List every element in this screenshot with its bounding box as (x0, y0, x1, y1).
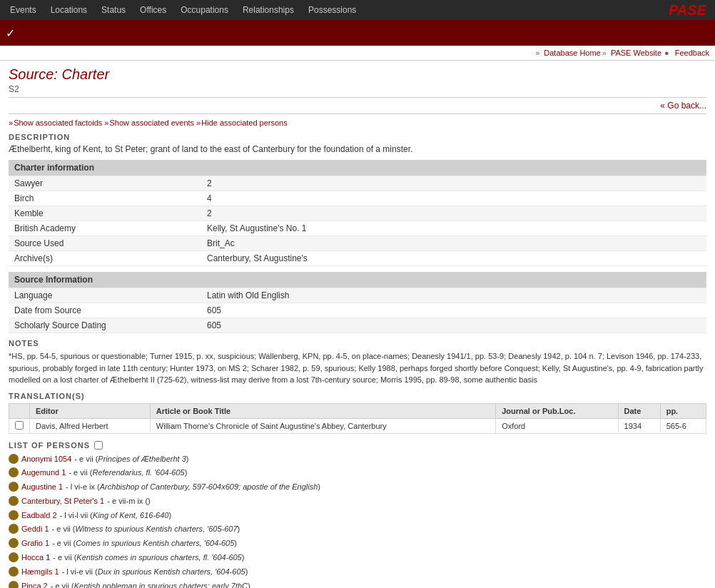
person-name-link[interactable]: Anonymi 1054 (21, 452, 71, 467)
description-heading: Description (9, 133, 706, 141)
tab-status[interactable]: Status (94, 0, 133, 20)
person-gender-icon (9, 454, 19, 464)
person-name-link[interactable]: Pinca 2 (21, 579, 48, 588)
charter-sawyer-value: 2 (201, 176, 706, 191)
show-events-link[interactable]: Show associated events (109, 118, 194, 127)
charter-british-academy-value: Kelly, St Augustine's No. 1 (201, 221, 706, 236)
person-gender-icon (9, 482, 19, 492)
persons-list: Anonymi 1054 - e vii (Principes of Æthel… (9, 452, 706, 589)
show-factoids-link[interactable]: Show associated factoids (14, 118, 102, 127)
charter-kemble-value: 2 (201, 206, 706, 221)
trans-row-date: 1934 (618, 418, 660, 433)
page-title: Source: Charter (9, 66, 706, 83)
source-info-table: Source Information Language Latin with O… (9, 272, 706, 333)
charter-sawyer-label: Sawyer (9, 176, 201, 191)
person-name-link[interactable]: Hæmgils 1 (21, 565, 59, 579)
person-gender-icon (9, 567, 19, 577)
translations-heading: Translation(s) (9, 392, 706, 400)
tab-events[interactable]: Events (3, 0, 44, 20)
list-item: Hæmgils 1 - l vi-e vii (Dux in spurious … (9, 565, 706, 579)
list-item: Grafio 1 - e vii (Comes in spurious Kent… (9, 537, 706, 551)
person-gender-icon (9, 510, 19, 520)
list-item: Augustine 1 - l vi-e ix (Archbishop of C… (9, 480, 706, 495)
charter-info-header: Charter information (9, 160, 706, 176)
person-gender-icon (9, 524, 19, 534)
person-detail: - e vii (Kentish comes in spurious chart… (53, 551, 244, 565)
table-row: Scholarly Source Dating 605 (9, 318, 706, 333)
tab-possessions[interactable]: Possessions (301, 0, 363, 20)
translations-table: Editor Article or Book Title Journal or … (9, 403, 706, 434)
person-gender-icon (9, 496, 19, 506)
trans-col-journal: Journal or Pub.Loc. (496, 403, 618, 418)
database-home-link[interactable]: Database Home (544, 49, 601, 57)
table-row: Birch 4 (9, 191, 706, 206)
person-name-link[interactable]: Augemund 1 (21, 466, 66, 480)
charter-archives-label: Archive(s) (9, 251, 201, 266)
list-persons-header: List of Persons (9, 441, 706, 450)
person-detail: - e vii (Referendarius, fl. '604-605) (69, 466, 187, 480)
trans-row-journal: Oxford (496, 418, 618, 433)
page-subtitle: S2 (9, 84, 706, 94)
trans-row-check[interactable] (9, 418, 30, 433)
charter-source-used-label: Source Used (9, 236, 201, 251)
go-back-link[interactable]: « Go back... (660, 101, 706, 111)
trans-row-editor: Davis, Alfred Herbert (30, 418, 151, 433)
person-name-link[interactable]: Eadbald 2 (21, 509, 57, 523)
trans-col-editor: Editor (30, 403, 151, 418)
trans-row-title: William Thorne's Chronicle of Saint Augu… (150, 418, 495, 433)
table-row: Davis, Alfred Herbert William Thorne's C… (9, 418, 706, 433)
hide-persons-link[interactable]: Hide associated persons (201, 118, 287, 127)
source-info-header: Source Information (9, 272, 706, 288)
person-name-link[interactable]: Canterbury, St Peter's 1 (21, 495, 104, 509)
person-name-link[interactable]: Grafio 1 (21, 537, 49, 551)
list-item: Augemund 1 - e vii (Referendarius, fl. '… (9, 466, 706, 480)
list-item: Eadbald 2 - l vi-l vii (King of Kent, 61… (9, 509, 706, 523)
person-gender-icon (9, 581, 19, 588)
table-row: Kemble 2 (9, 206, 706, 221)
feedback-link[interactable]: Feedback (675, 49, 709, 57)
person-detail: - e vii (Witness to spurious Kentish cha… (52, 522, 240, 537)
nav-tab-list: Events Locations Status Offices Occupati… (3, 0, 363, 20)
charter-british-academy-label: British Academy (9, 221, 201, 236)
person-gender-icon (9, 538, 19, 548)
source-date-value: 605 (201, 303, 706, 318)
top-navigation: Events Locations Status Offices Occupati… (0, 0, 715, 20)
person-name-link[interactable]: Geddi 1 (21, 522, 49, 537)
charter-info-table: Charter information Sawyer 2 Birch 4 Kem… (9, 160, 706, 266)
table-row: Sawyer 2 (9, 176, 706, 191)
list-item: Pinca 2 - e vii (Kentish nobleman in spu… (9, 579, 706, 588)
list-item: Hocca 1 - e vii (Kentish comes in spurio… (9, 551, 706, 565)
person-name-link[interactable]: Augustine 1 (21, 480, 63, 495)
list-item: Geddi 1 - e vii (Witness to spurious Ken… (9, 522, 706, 537)
source-scholarly-value: 605 (201, 318, 706, 333)
table-row: British Academy Kelly, St Augustine's No… (9, 221, 706, 236)
table-row: Source Used Brit_Ac (9, 236, 706, 251)
source-language-label: Language (9, 288, 201, 303)
person-detail: - e vii (Comes in spurious Kentish chart… (52, 537, 237, 551)
tab-occupations[interactable]: Occupations (173, 0, 235, 20)
person-gender-icon (9, 552, 19, 562)
source-language-value: Latin with Old English (201, 288, 706, 303)
trans-col-title: Article or Book Title (150, 403, 495, 418)
assoc-links: » Show associated factoids » Show associ… (9, 118, 706, 127)
list-item: Anonymi 1054 - e vii (Principes of Æthel… (9, 452, 706, 467)
arrow-icon-3: » (194, 118, 201, 127)
arrow-icon: » (9, 118, 13, 127)
tab-relationships[interactable]: Relationships (235, 0, 301, 20)
pase-logo: PASE (669, 2, 712, 19)
table-row: Language Latin with Old English (9, 288, 706, 303)
list-persons-checkbox[interactable] (94, 441, 103, 450)
charter-source-used-value: Brit_Ac (201, 236, 706, 251)
list-item: Canterbury, St Peter's 1 - e vii-m ix () (9, 495, 706, 509)
trans-col-pages: pp. (660, 403, 706, 418)
tab-offices[interactable]: Offices (133, 0, 173, 20)
person-detail: - e vii-m ix () (107, 495, 151, 509)
source-scholarly-label: Scholarly Source Dating (9, 318, 201, 333)
pase-website-link[interactable]: PASE Website (611, 49, 661, 57)
person-detail: - l vi-e vii (Dux in spurious Kentish ch… (62, 565, 248, 579)
arrow-icon-2: » (102, 118, 108, 127)
person-name-link[interactable]: Hocca 1 (21, 551, 50, 565)
notes-text: *HS, pp. 54-5, spurious or questionable;… (9, 350, 706, 386)
tab-locations[interactable]: Locations (44, 0, 94, 20)
table-row: Date from Source 605 (9, 303, 706, 318)
